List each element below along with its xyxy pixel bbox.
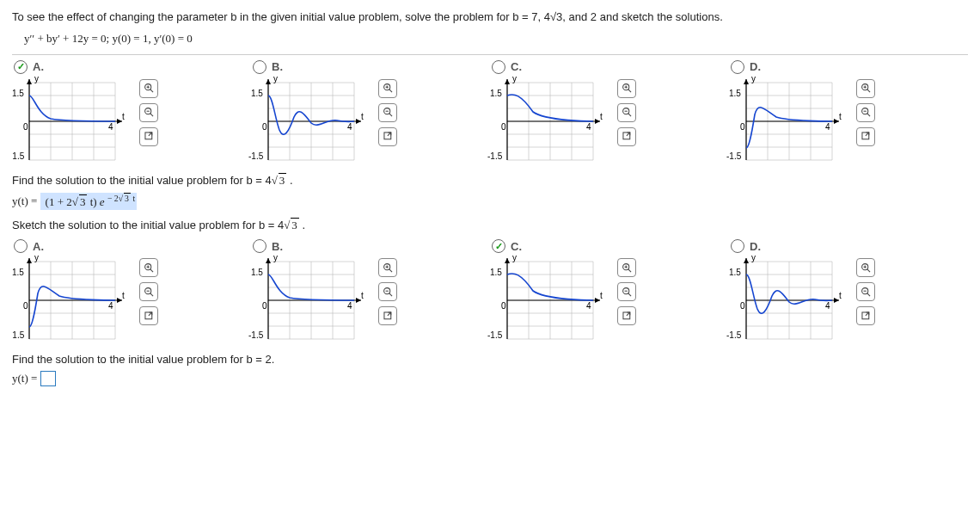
xtick: 4 xyxy=(108,122,113,132)
ytick-lo: -1.5 xyxy=(487,151,502,161)
prompt: Find the solution to the initial value p… xyxy=(12,174,968,188)
svg-marker-65 xyxy=(505,79,510,84)
plot: 1.5 y 0 4 t -1.5 xyxy=(490,76,610,162)
svg-line-149 xyxy=(387,312,390,316)
ylabel: y xyxy=(512,74,517,83)
xlabel: t xyxy=(361,291,364,300)
option-radio[interactable] xyxy=(731,60,744,74)
zoom-in-icon[interactable] xyxy=(856,79,875,98)
svg-line-46 xyxy=(389,114,391,116)
xlabel: t xyxy=(600,112,603,121)
zoom-in-icon[interactable] xyxy=(617,79,636,98)
svg-line-142 xyxy=(389,268,391,271)
expand-icon[interactable] xyxy=(617,306,636,325)
svg-marker-140 xyxy=(266,258,271,263)
answer-expression: (1 + 2√3 t) e − 2√3 t xyxy=(40,193,137,210)
zoom-out-icon[interactable] xyxy=(856,282,875,301)
plot: 1.5 y 0 4 t -1.5 xyxy=(251,255,371,341)
xtick: 4 xyxy=(586,122,591,132)
zoom-in-icon[interactable] xyxy=(139,258,158,277)
option-radio[interactable] xyxy=(253,60,266,74)
expand-icon[interactable] xyxy=(378,306,397,325)
ytick-hi: 1.5 xyxy=(12,268,24,277)
xlabel: t xyxy=(122,291,125,300)
zoom-out-icon[interactable] xyxy=(378,103,397,122)
expand-icon[interactable] xyxy=(856,127,875,146)
expand-icon[interactable] xyxy=(617,127,636,146)
answer-line: y(t) = (1 + 2√3 t) e − 2√3 t xyxy=(12,193,968,210)
xlabel: t xyxy=(839,291,842,300)
plot: 1.5 y 0 4 t -1.5 xyxy=(729,255,849,341)
svg-line-96 xyxy=(867,114,869,116)
option-radio[interactable] xyxy=(14,239,28,253)
zoom-in-icon[interactable] xyxy=(139,79,158,98)
option-letter: B. xyxy=(272,240,283,253)
ylabel: y xyxy=(751,74,756,83)
ylabel: y xyxy=(751,253,756,262)
plot: 1.5 y 0 4 t -1.5 xyxy=(729,76,849,162)
option-letter: C. xyxy=(511,240,522,253)
svg-line-74 xyxy=(626,133,629,136)
svg-line-24 xyxy=(148,133,151,136)
ytick-lo: -1.5 xyxy=(248,330,263,340)
expand-icon[interactable] xyxy=(139,306,158,325)
option-letter: D. xyxy=(750,240,761,253)
svg-line-49 xyxy=(387,133,390,136)
xtick: 4 xyxy=(347,301,352,311)
ylabel: y xyxy=(512,253,517,262)
zoom-in-icon[interactable] xyxy=(378,79,397,98)
prompt: Find the solution to the initial value p… xyxy=(12,353,968,366)
option-radio[interactable] xyxy=(14,60,28,74)
zoom-out-icon[interactable] xyxy=(617,282,636,301)
zoom-out-icon[interactable] xyxy=(139,103,158,122)
zoom-out-icon[interactable] xyxy=(139,282,158,301)
svg-line-124 xyxy=(148,312,151,316)
plot: 1.5 y 0 4 t -1.5 xyxy=(12,76,132,162)
svg-line-99 xyxy=(865,133,868,136)
svg-line-192 xyxy=(867,268,869,271)
zoom-out-icon[interactable] xyxy=(617,103,636,122)
option-radio[interactable] xyxy=(253,239,266,253)
option-radio[interactable] xyxy=(731,239,744,253)
svg-line-196 xyxy=(867,293,869,295)
svg-marker-190 xyxy=(744,258,749,263)
option-radio[interactable] xyxy=(492,239,505,253)
option-letter: A. xyxy=(33,240,44,253)
svg-line-71 xyxy=(628,114,630,116)
xtick: 4 xyxy=(825,301,830,311)
origin: 0 xyxy=(23,301,28,311)
svg-line-17 xyxy=(150,89,152,92)
zoom-in-icon[interactable] xyxy=(856,258,875,277)
ytick-lo: -1.5 xyxy=(12,151,24,161)
ylabel: y xyxy=(34,74,39,83)
ylabel: y xyxy=(273,253,278,262)
sketch-prompt: Sketch the solution to the initial value… xyxy=(12,219,968,232)
xlabel: t xyxy=(839,112,842,121)
expand-icon[interactable] xyxy=(378,127,397,146)
option-letter: A. xyxy=(33,60,44,73)
ytick-lo: -1.5 xyxy=(487,330,502,340)
origin: 0 xyxy=(262,301,267,311)
answer-input[interactable] xyxy=(40,371,56,386)
option-letter: D. xyxy=(750,60,761,73)
svg-line-117 xyxy=(150,268,152,271)
ytick-hi: 1.5 xyxy=(251,89,263,98)
svg-line-92 xyxy=(867,89,869,92)
ytick-hi: 1.5 xyxy=(12,89,24,98)
answer-prefix: y(t) = xyxy=(12,372,37,385)
xtick: 4 xyxy=(347,122,352,132)
zoom-in-icon[interactable] xyxy=(617,258,636,277)
zoom-out-icon[interactable] xyxy=(378,282,397,301)
expand-icon[interactable] xyxy=(139,127,158,146)
zoom-out-icon[interactable] xyxy=(856,103,875,122)
option-letter: C. xyxy=(511,60,522,73)
plot: 1.5 y 0 4 t -1.5 xyxy=(251,76,371,162)
svg-line-42 xyxy=(389,89,391,92)
origin: 0 xyxy=(740,122,745,132)
option-radio[interactable] xyxy=(492,60,505,74)
expand-icon[interactable] xyxy=(856,306,875,325)
xlabel: t xyxy=(122,112,125,121)
ytick-hi: 1.5 xyxy=(251,268,263,277)
xtick: 4 xyxy=(586,301,591,311)
zoom-in-icon[interactable] xyxy=(378,258,397,277)
